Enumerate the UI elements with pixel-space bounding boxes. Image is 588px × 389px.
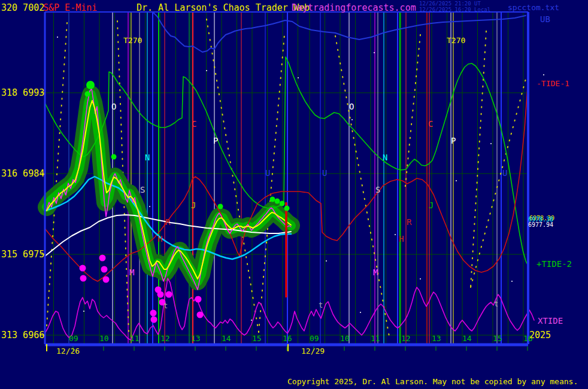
star-dot bbox=[83, 311, 84, 312]
hour-label: 11 bbox=[130, 334, 140, 343]
hour-label: 12 bbox=[160, 334, 170, 343]
chart-canvas: T270T270OOCCPPNNUUUSSJJRRHHMMttt318 6993… bbox=[0, 0, 588, 389]
low-marker-dot bbox=[99, 255, 106, 262]
star-dot bbox=[206, 70, 207, 71]
hour-label: 14 bbox=[462, 334, 472, 343]
low-marker-dot bbox=[166, 291, 172, 298]
cycle-letter-p: P bbox=[451, 136, 456, 145]
date-label-day2: 12/29 bbox=[301, 347, 325, 355]
cycle-letter-t: t bbox=[494, 300, 498, 308]
cycle-letter-c: C bbox=[192, 119, 196, 129]
price-readout-white: 6977.94 bbox=[528, 222, 553, 228]
page-title: Dr. Al Larson's Chaos Trader Web bbox=[137, 4, 310, 13]
cycle-letter-u: U bbox=[265, 168, 270, 178]
high-marker-dot bbox=[284, 206, 290, 211]
low-marker-dot bbox=[197, 312, 204, 318]
low-marker-dot bbox=[157, 291, 164, 298]
hour-label: 15 bbox=[252, 334, 262, 343]
low-marker-dot bbox=[101, 266, 108, 273]
cycle-dotted-4 bbox=[259, 35, 284, 332]
cycle-letter-s: S bbox=[140, 185, 145, 194]
site-link[interactable]: Daytradingforecasts.com bbox=[292, 4, 416, 13]
cycle-letter-r: R bbox=[165, 217, 171, 227]
high-marker-dot bbox=[280, 201, 285, 206]
xtide-wave bbox=[46, 278, 534, 340]
hour-label: 13 bbox=[191, 334, 201, 343]
star-dot bbox=[149, 206, 150, 207]
top-left-scale-label: 320 7002 bbox=[1, 4, 44, 13]
cycle-letter-s: S bbox=[375, 185, 380, 194]
chaos-trader-chart-page: T270T270OOCCPPNNUUUSSJJRRHHMMttt318 6993… bbox=[0, 0, 588, 389]
cycle-letter-t: t bbox=[319, 301, 323, 309]
star-dot bbox=[360, 312, 361, 313]
cycle-letter-u: U bbox=[502, 168, 507, 178]
cycle-letter-t: t bbox=[163, 302, 168, 310]
timestamp-local: 12/26/2025 16:20 Local bbox=[419, 7, 490, 13]
label-minus-tide1: -TIDE-1 bbox=[537, 80, 569, 87]
star-dot bbox=[374, 52, 375, 53]
high-marker-dot bbox=[218, 204, 223, 209]
star-dot bbox=[420, 278, 421, 279]
hour-label: 09 bbox=[310, 334, 319, 343]
high-marker-dot bbox=[85, 92, 90, 97]
star-dot bbox=[251, 320, 252, 321]
star-dot bbox=[57, 37, 58, 38]
label-ub: UB bbox=[540, 15, 550, 23]
cycle-letter-u: U bbox=[322, 168, 327, 178]
label-year: 2025 bbox=[529, 331, 551, 340]
cycle-letter-n: N bbox=[145, 153, 150, 162]
star-dot bbox=[395, 234, 396, 235]
hour-label: 09 bbox=[69, 334, 78, 343]
high-marker-dot bbox=[275, 199, 280, 204]
label-plus-tide2: +TIDE-2 bbox=[537, 260, 572, 268]
low-marker-dot bbox=[151, 317, 157, 323]
hour-label: 12 bbox=[401, 334, 411, 343]
star-dot bbox=[298, 77, 299, 78]
star-dot bbox=[456, 180, 457, 181]
hour-label: 10 bbox=[340, 334, 350, 343]
data-file-link[interactable]: spcctom.txt bbox=[508, 4, 559, 11]
cycle-dotted-1 bbox=[47, 23, 67, 326]
high-marker-dot bbox=[270, 197, 275, 202]
cycle-letter-n: N bbox=[383, 153, 387, 162]
low-marker-dot bbox=[195, 296, 202, 303]
cycle-letter-h: H bbox=[399, 234, 404, 244]
date-label-day1: 12/26 bbox=[56, 347, 80, 355]
cycle-letter-t270: T270 bbox=[123, 36, 142, 45]
low-marker-dot bbox=[80, 265, 86, 272]
hour-label: 13 bbox=[432, 334, 441, 343]
low-marker-dot bbox=[80, 275, 87, 282]
high-marker-dot bbox=[111, 154, 117, 160]
star-dot bbox=[351, 119, 353, 120]
cycle-letter-o: O bbox=[111, 102, 116, 111]
cycle-letter-j: J bbox=[429, 200, 434, 210]
symbol-label: S&P E-Mini bbox=[43, 4, 97, 13]
cycle-letter-t270: T270 bbox=[447, 36, 465, 45]
star-dot bbox=[490, 143, 492, 144]
cycle-letter-m: M bbox=[373, 268, 378, 277]
star-dot bbox=[511, 281, 513, 282]
hour-label: 15 bbox=[493, 334, 502, 343]
cycle-dotted-8 bbox=[471, 79, 526, 287]
copyright-notice: Copyright 2025, Dr. Al Larson. May not b… bbox=[287, 378, 578, 385]
low-marker-dot bbox=[150, 310, 157, 317]
hour-label: 10 bbox=[99, 334, 109, 343]
cycle-letter-r: R bbox=[407, 217, 412, 227]
price-axis-label: 315 6975 bbox=[1, 249, 44, 260]
cycle-letter-j: J bbox=[191, 200, 196, 210]
low-marker-dot bbox=[103, 276, 110, 283]
price-axis-label: 316 6984 bbox=[1, 168, 44, 179]
high-marker-dot bbox=[86, 81, 95, 89]
price-axis-label: 318 6993 bbox=[1, 87, 44, 98]
cycle-letter-c: C bbox=[428, 119, 433, 129]
cycle-letter-h: H bbox=[157, 234, 162, 244]
star-dot bbox=[326, 260, 327, 262]
price-axis-label: 313 6966 bbox=[1, 330, 44, 341]
star-dot bbox=[543, 74, 544, 75]
label-xtide: XTIDE bbox=[538, 317, 563, 325]
timestamp-utc: 12/26/2025 21:20 UT bbox=[419, 1, 481, 7]
hour-label: 16 bbox=[283, 334, 292, 343]
cycle-letter-m: M bbox=[129, 268, 134, 277]
hour-label: 14 bbox=[222, 334, 231, 343]
cycle-dotted-5 bbox=[335, 36, 389, 336]
